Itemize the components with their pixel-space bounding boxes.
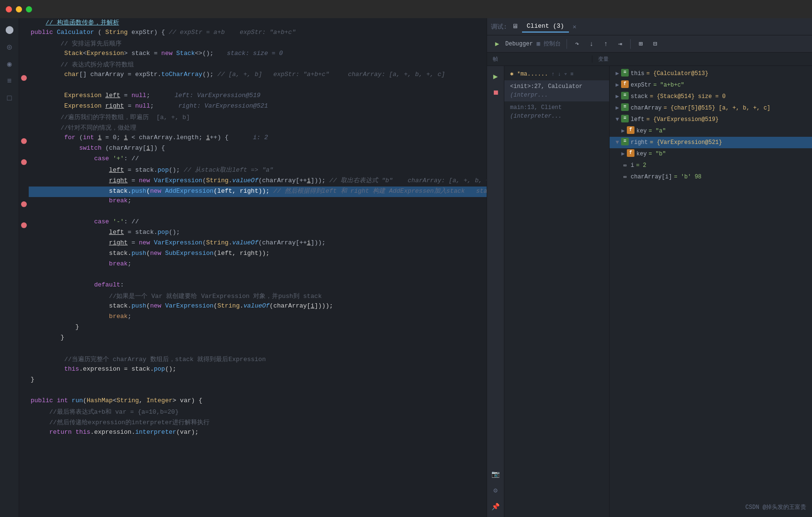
close-tab-icon[interactable]: ✕ xyxy=(573,23,577,31)
code-text: // 构造函数传参，并解析 xyxy=(31,18,119,27)
code-line: right = new VarExpression(String.valueOf… xyxy=(29,176,487,187)
code-line: //最后将表达式a+b和 var = {a=10,b=20} xyxy=(29,407,487,418)
expand-icon: ▶ xyxy=(613,69,621,78)
code-line: // 构造函数传参，并解析 xyxy=(29,18,487,29)
code-line: //针对不同的情况，做处理 xyxy=(29,123,487,134)
var-equals-icon: = xyxy=(621,115,629,122)
var-item-stack[interactable]: ▶ = stack = {Stack@514} size = 0 xyxy=(610,91,812,102)
var-item-left-key[interactable]: ▶ f key = "a" xyxy=(610,125,812,137)
sidebar-breakpoints-icon[interactable]: ◎ xyxy=(2,39,17,55)
code-text: right = new VarExpression(String.valueOf… xyxy=(31,239,325,246)
close-button[interactable] xyxy=(6,6,12,12)
debug-resume-icon[interactable]: ▶ xyxy=(489,70,502,83)
frame-item-selected[interactable]: <init>:27, Calculator (interpr... xyxy=(504,80,609,101)
debug-tab-client[interactable]: Client (3) xyxy=(522,21,569,33)
code-text: //当遍历完整个 charArray 数组后，stack 就得到最后Expres… xyxy=(31,355,266,363)
code-line: // 表达式拆分成字符数组 xyxy=(29,60,487,71)
code-line: switch (charArray[i]) { xyxy=(29,144,487,155)
code-text: this.expression = stack.pop(); xyxy=(31,365,176,373)
debug-toolbar: ▶ Debugger ▦ 控制台 ↷ ↓ ↑ ⇥ ⊞ ⊟ xyxy=(487,35,812,53)
var-item-left[interactable]: ▼ = left = {VarExpression@519} xyxy=(610,114,812,125)
code-line xyxy=(29,81,487,92)
step-out-button[interactable]: ↑ xyxy=(600,38,612,50)
code-line: Expression right = null; right: VarExpre… xyxy=(29,102,487,113)
code-text: left = stack.pop(); // 从stack取出left => "… xyxy=(31,165,273,174)
restore-layout-button[interactable]: ⊟ xyxy=(649,38,661,50)
var-item-expstr[interactable]: ▶ f expStr = "a+b+c" xyxy=(610,79,812,91)
debug-stop-icon[interactable]: ⏹ xyxy=(489,86,502,99)
code-line: for (int i = 0; i < charArray.length; i+… xyxy=(29,134,487,144)
expand-icon: ▶ xyxy=(613,103,621,113)
code-line xyxy=(29,344,487,355)
var-name: charArray[i] xyxy=(631,172,672,182)
toolbar-separator xyxy=(567,39,567,49)
var-item-chararray[interactable]: ▶ = charArray = {char[5]@515} [a, +, b, … xyxy=(610,102,812,114)
variables-panel: ▶ = this = {Calculator@513} ▶ f expStr =… xyxy=(610,66,812,517)
code-text: //然后传递给expression的interpreter进行解释执行 xyxy=(31,418,210,427)
expand-icon: ▶ xyxy=(619,149,627,159)
breakpoint-marker xyxy=(21,222,27,228)
var-name: left xyxy=(631,115,645,124)
var-value: = 'b' 98 xyxy=(674,172,701,182)
breakpoint-gutter xyxy=(19,18,29,517)
code-line: } xyxy=(29,334,487,344)
code-text: left = stack.pop(); xyxy=(31,229,180,236)
code-line: stack.push(new VarExpression(String.valu… xyxy=(29,302,487,313)
left-sidebar: ⬤ ◎ ◉ ≡ □ xyxy=(0,18,19,517)
breakpoint-marker xyxy=(21,138,27,144)
watermark: CSDN @掉头发的王富贵 xyxy=(745,503,806,511)
var-item-this[interactable]: ▶ = this = {Calculator@513} xyxy=(610,68,812,79)
step-into-button[interactable]: ↓ xyxy=(585,38,598,50)
var-value: = {Calculator@513} xyxy=(646,69,709,78)
var-equals-icon: = xyxy=(621,138,629,145)
var-name: right xyxy=(631,138,648,147)
code-text: case '-': // xyxy=(31,218,139,225)
sidebar-watch-icon[interactable]: ◉ xyxy=(2,56,17,72)
var-name: i xyxy=(631,161,634,170)
code-line: } xyxy=(29,376,487,386)
code-line xyxy=(29,271,487,281)
debug-settings-icon[interactable]: ⚙ xyxy=(489,484,502,497)
var-field-icon: f xyxy=(627,126,634,134)
sidebar-threads-icon[interactable]: ≡ xyxy=(2,74,17,89)
frames-panel: ✱ *ma...... ↑ ↓ ▿ ≡ <init>:27, Calculato… xyxy=(504,66,610,517)
var-item-i[interactable]: ∞ i = 2 xyxy=(610,160,812,171)
code-line: break; xyxy=(29,260,487,271)
main-container: ⬤ ◎ ◉ ≡ □ xyxy=(0,18,812,517)
code-text: default: xyxy=(31,281,124,288)
code-line: Stack<Expression> stack = new Stack<>();… xyxy=(29,50,487,60)
resume-button[interactable]: ▶ xyxy=(491,38,503,50)
sidebar-debug-icon[interactable]: ⬤ xyxy=(2,22,17,37)
console-label[interactable]: ▦ 控制台 xyxy=(537,40,561,48)
var-name: expStr xyxy=(631,80,651,90)
variables-header: 变量 xyxy=(592,55,609,63)
debug-camera-icon[interactable]: 📷 xyxy=(489,467,502,481)
expand-icon: ▶ xyxy=(613,92,621,101)
code-text: switch (charArray[i]) { xyxy=(31,144,165,152)
code-text: break; xyxy=(31,197,132,204)
code-line: default: xyxy=(29,281,487,292)
var-equals-icon: = xyxy=(621,92,629,99)
code-scroll[interactable]: // 构造函数传参，并解析 public Calculator ( String… xyxy=(29,18,487,517)
debug-pin-icon[interactable]: 📌 xyxy=(489,500,502,513)
breakpoint-marker xyxy=(21,75,27,81)
debug-panel: 调试: 🖥 Client (3) ✕ ▶ Debugger ▦ 控制台 ↷ ↓ … xyxy=(487,18,812,517)
code-text: Expression left = null; left: VarExpress… xyxy=(31,92,260,99)
minimize-button[interactable] xyxy=(16,6,22,12)
step-over-button[interactable]: ↷ xyxy=(571,38,583,50)
code-text: //最后将表达式a+b和 var = {a=10,b=20} xyxy=(31,407,178,416)
sidebar-memory-icon[interactable]: □ xyxy=(2,91,17,106)
debug-label: 调试: xyxy=(491,22,507,31)
var-item-right[interactable]: ▼ = right = {VarExpression@521} xyxy=(610,137,812,148)
frame-item[interactable]: main:13, Client (interpreter... xyxy=(504,101,609,122)
evaluate-button[interactable]: ⊞ xyxy=(634,38,647,50)
code-text: //针对不同的情况，做处理 xyxy=(31,123,136,132)
run-to-cursor-button[interactable]: ⇥ xyxy=(614,38,626,50)
maximize-button[interactable] xyxy=(26,6,32,12)
code-line: break; xyxy=(29,197,487,208)
var-field-icon: f xyxy=(627,149,634,157)
var-item-chararray-i[interactable]: ∞ charArray[i] = 'b' 98 xyxy=(610,171,812,183)
var-equals-icon: = xyxy=(621,103,629,111)
frame-item[interactable]: ✱ *ma...... ↑ ↓ ▿ ≡ xyxy=(504,68,609,80)
var-item-right-key[interactable]: ▶ f key = "b" xyxy=(610,148,812,160)
